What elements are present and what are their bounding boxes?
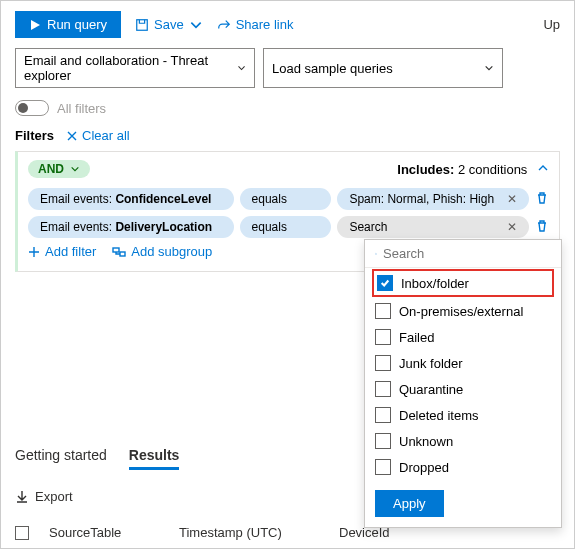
dropdown-option-label: Dropped	[399, 460, 449, 475]
dropdown-option[interactable]: Deleted items	[365, 402, 561, 428]
play-icon	[29, 19, 41, 31]
clear-all-label: Clear all	[82, 128, 130, 143]
condition-operator-pill[interactable]: equals	[240, 188, 332, 210]
share-button[interactable]: Share link	[217, 17, 294, 32]
checkbox-icon	[377, 275, 393, 291]
svg-rect-1	[113, 248, 119, 252]
dropdown-option-label: Deleted items	[399, 408, 478, 423]
delete-condition-button[interactable]	[535, 219, 549, 236]
plus-icon	[28, 246, 40, 258]
add-filter-label: Add filter	[45, 244, 96, 259]
sample-queries-label: Load sample queries	[272, 61, 393, 76]
add-subgroup-button[interactable]: Add subgroup	[112, 244, 212, 259]
chevron-down-icon	[189, 18, 203, 32]
column-header[interactable]: Timestamp (UTC)	[179, 525, 319, 540]
all-filters-label: All filters	[57, 101, 106, 116]
chevron-down-icon	[237, 63, 246, 73]
selector-row: Email and collaboration - Threat explore…	[1, 48, 574, 96]
add-subgroup-label: Add subgroup	[131, 244, 212, 259]
tabs: Getting started Results	[15, 447, 179, 470]
condition-value-text: Spam: Normal, Phish: High	[349, 192, 494, 206]
all-filters-row: All filters	[1, 96, 574, 128]
dropdown-search-row	[365, 240, 561, 268]
close-icon	[66, 130, 78, 142]
clear-value-button[interactable]: ✕	[507, 220, 517, 234]
up-label: Up	[543, 17, 560, 32]
collapse-group-button[interactable]	[537, 162, 549, 177]
dropdown-option-label: Inbox/folder	[401, 276, 469, 291]
up-button[interactable]: Up	[538, 17, 560, 32]
svg-rect-2	[120, 252, 125, 256]
sample-queries-selector[interactable]: Load sample queries	[263, 48, 503, 88]
dropdown-option[interactable]: Inbox/folder	[373, 270, 553, 296]
trash-icon	[535, 219, 549, 233]
save-icon	[135, 18, 149, 32]
export-button[interactable]: Export	[15, 489, 73, 504]
condition-field-pill[interactable]: Email events: ConfidenceLevel	[28, 188, 234, 210]
dropdown-option-label: Quarantine	[399, 382, 463, 397]
chevron-down-icon	[70, 164, 80, 174]
run-query-button[interactable]: Run query	[15, 11, 121, 38]
includes-summary: Includes: 2 conditions	[397, 162, 549, 177]
run-query-label: Run query	[47, 17, 107, 32]
share-icon	[217, 18, 231, 32]
column-header[interactable]: SourceTable	[49, 525, 159, 540]
filters-title: Filters	[15, 128, 54, 143]
tab-getting-started[interactable]: Getting started	[15, 447, 107, 470]
save-label: Save	[154, 17, 184, 32]
svg-rect-0	[137, 19, 148, 30]
select-all-checkbox[interactable]	[15, 526, 29, 540]
share-label: Share link	[236, 17, 294, 32]
dropdown-option-label: Failed	[399, 330, 434, 345]
search-icon	[375, 247, 377, 261]
clear-all-button[interactable]: Clear all	[66, 128, 130, 143]
svg-point-3	[375, 253, 376, 254]
clear-value-button[interactable]: ✕	[507, 192, 517, 206]
condition-row: Email events: DeliveryLocation equals Se…	[28, 216, 549, 238]
value-dropdown: Inbox/folder On-premises/external Failed…	[364, 239, 562, 528]
group-operator-label: AND	[38, 162, 64, 176]
all-filters-toggle[interactable]	[15, 100, 49, 116]
results-table-header: SourceTable Timestamp (UTC) DeviceId	[15, 525, 390, 540]
filters-header: Filters Clear all	[1, 128, 574, 151]
dropdown-option[interactable]: Dropped	[365, 454, 561, 480]
source-selector[interactable]: Email and collaboration - Threat explore…	[15, 48, 255, 88]
source-selector-label: Email and collaboration - Threat explore…	[24, 53, 237, 83]
delete-condition-button[interactable]	[535, 191, 549, 208]
add-filter-button[interactable]: Add filter	[28, 244, 96, 259]
dropdown-search-input[interactable]	[383, 246, 551, 261]
export-label: Export	[35, 489, 73, 504]
dropdown-option-label: Junk folder	[399, 356, 463, 371]
condition-value-text: Search	[349, 220, 387, 234]
condition-operator-pill[interactable]: equals	[240, 216, 332, 238]
chevron-down-icon	[484, 63, 494, 73]
download-icon	[15, 490, 29, 504]
checkbox-icon	[375, 355, 391, 371]
checkbox-icon	[375, 303, 391, 319]
checkbox-icon	[375, 407, 391, 423]
checkbox-icon	[375, 459, 391, 475]
dropdown-option[interactable]: Quarantine	[365, 376, 561, 402]
apply-button[interactable]: Apply	[375, 490, 444, 517]
condition-row: Email events: ConfidenceLevel equals Spa…	[28, 188, 549, 210]
dropdown-option[interactable]: On-premises/external	[365, 298, 561, 324]
save-button[interactable]: Save	[135, 17, 203, 32]
checkbox-icon	[375, 433, 391, 449]
tab-results[interactable]: Results	[129, 447, 180, 470]
dropdown-option-label: On-premises/external	[399, 304, 523, 319]
checkbox-icon	[375, 381, 391, 397]
dropdown-option[interactable]: Failed	[365, 324, 561, 350]
trash-icon	[535, 191, 549, 205]
condition-value-pill[interactable]: Search ✕	[337, 216, 529, 238]
chevron-up-icon	[537, 162, 549, 174]
dropdown-option-label: Unknown	[399, 434, 453, 449]
group-operator-pill[interactable]: AND	[28, 160, 90, 178]
dropdown-option[interactable]: Junk folder	[365, 350, 561, 376]
condition-value-pill[interactable]: Spam: Normal, Phish: High ✕	[337, 188, 529, 210]
checkbox-icon	[375, 329, 391, 345]
condition-field-pill[interactable]: Email events: DeliveryLocation	[28, 216, 234, 238]
subgroup-icon	[112, 245, 126, 259]
toolbar: Run query Save Share link Up	[1, 1, 574, 48]
dropdown-option[interactable]: Unknown	[365, 428, 561, 454]
